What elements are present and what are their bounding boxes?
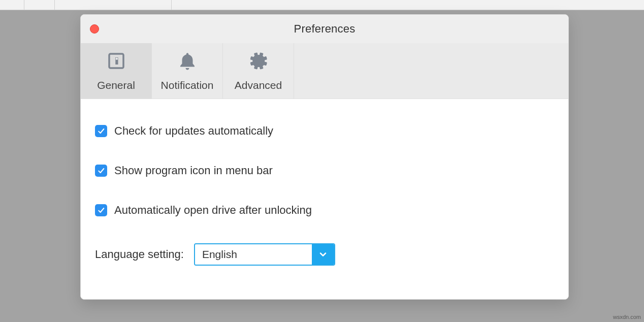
svg-point-2 bbox=[115, 57, 117, 59]
close-button[interactable] bbox=[90, 24, 99, 34]
option-auto-open-drive[interactable]: Automatically open drive after unlocking bbox=[95, 204, 554, 217]
checkbox-checked-icon[interactable] bbox=[95, 165, 107, 177]
background-toolbar bbox=[0, 0, 644, 10]
option-label: Automatically open drive after unlocking bbox=[114, 204, 312, 217]
bell-icon bbox=[177, 50, 198, 74]
chevron-down-icon[interactable] bbox=[312, 244, 334, 265]
language-label: Language setting: bbox=[95, 248, 184, 261]
language-select[interactable]: English bbox=[194, 243, 335, 266]
tab-general[interactable]: General bbox=[81, 43, 152, 99]
checkbox-checked-icon[interactable] bbox=[95, 125, 107, 137]
language-setting-row: Language setting: English bbox=[95, 243, 554, 266]
tab-label: Advanced bbox=[235, 79, 282, 91]
option-label: Show program icon in menu bar bbox=[114, 164, 273, 177]
watermark: wsxdn.com bbox=[613, 314, 641, 320]
gear-icon bbox=[248, 50, 269, 74]
tab-label: General bbox=[97, 79, 135, 91]
option-check-updates[interactable]: Check for updates automatically bbox=[95, 124, 554, 138]
window-title: Preferences bbox=[81, 22, 568, 36]
bg-segment bbox=[24, 0, 55, 10]
checkbox-checked-icon[interactable] bbox=[95, 204, 107, 216]
preferences-dialog: Preferences General Notification Advance… bbox=[80, 14, 569, 300]
tab-advanced[interactable]: Advanced bbox=[223, 43, 294, 99]
language-select-value: English bbox=[195, 244, 312, 265]
tab-notification[interactable]: Notification bbox=[152, 43, 223, 99]
tab-bar: General Notification Advanced bbox=[81, 43, 568, 99]
general-icon bbox=[106, 50, 127, 74]
titlebar: Preferences bbox=[81, 15, 568, 43]
bg-segment bbox=[55, 0, 172, 10]
tab-label: Notification bbox=[161, 79, 214, 91]
option-label: Check for updates automatically bbox=[114, 124, 273, 138]
general-panel: Check for updates automatically Show pro… bbox=[81, 99, 568, 299]
bg-segment bbox=[0, 0, 24, 10]
option-show-menubar-icon[interactable]: Show program icon in menu bar bbox=[95, 164, 554, 177]
